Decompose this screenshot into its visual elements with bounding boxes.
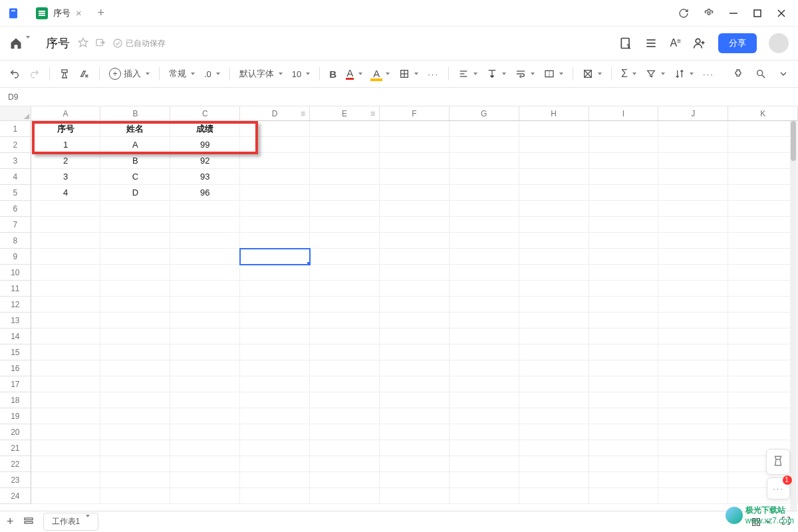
cell[interactable] xyxy=(240,424,310,440)
cell[interactable] xyxy=(31,376,101,392)
cell[interactable] xyxy=(658,281,728,297)
cell[interactable] xyxy=(31,440,101,456)
cell[interactable] xyxy=(170,297,240,313)
cell[interactable] xyxy=(519,153,589,169)
cell[interactable] xyxy=(658,137,728,153)
cell[interactable] xyxy=(100,329,170,344)
view-grid-icon[interactable] xyxy=(751,517,770,527)
cell[interactable] xyxy=(240,249,310,265)
cell[interactable] xyxy=(170,265,240,281)
cell[interactable] xyxy=(31,313,101,329)
cell[interactable] xyxy=(589,440,659,456)
cell[interactable] xyxy=(170,201,240,217)
cell[interactable] xyxy=(589,265,659,281)
cell[interactable] xyxy=(728,233,798,249)
cell[interactable] xyxy=(589,169,659,185)
cell[interactable] xyxy=(728,169,798,185)
cell[interactable] xyxy=(380,408,450,424)
cell[interactable] xyxy=(240,344,310,360)
cell[interactable] xyxy=(380,472,450,488)
cell[interactable] xyxy=(589,472,659,488)
cell[interactable]: 93 xyxy=(170,169,240,185)
v-align-button[interactable] xyxy=(487,68,506,79)
cell[interactable] xyxy=(380,313,450,329)
settings-icon[interactable] xyxy=(704,8,714,19)
cell[interactable] xyxy=(450,201,519,217)
cell[interactable] xyxy=(519,376,589,392)
more-tools-button[interactable]: ··· xyxy=(703,69,714,79)
row-header[interactable]: 8 xyxy=(0,233,31,249)
column-header[interactable]: H xyxy=(519,106,589,121)
cell[interactable] xyxy=(380,281,450,297)
column-header[interactable]: E xyxy=(310,106,380,121)
cell[interactable] xyxy=(31,233,101,249)
cell[interactable] xyxy=(310,472,380,488)
cell[interactable] xyxy=(310,201,380,217)
close-window-icon[interactable] xyxy=(777,9,786,18)
list-icon[interactable] xyxy=(644,37,658,50)
cell[interactable] xyxy=(450,392,519,408)
cell[interactable]: C xyxy=(100,169,170,185)
cell[interactable] xyxy=(380,297,450,313)
maximize-icon[interactable] xyxy=(753,9,762,18)
cell[interactable] xyxy=(380,137,450,153)
cell[interactable] xyxy=(519,472,589,488)
spreadsheet-grid[interactable]: ABCDEFGHIJK 1序号姓名成绩21A9932B9243C9354D966… xyxy=(0,106,798,511)
cell[interactable]: 成绩 xyxy=(170,121,240,137)
cell[interactable] xyxy=(380,217,450,233)
cell[interactable] xyxy=(658,121,728,137)
cell[interactable] xyxy=(519,137,589,153)
cell[interactable] xyxy=(380,440,450,456)
cell[interactable] xyxy=(589,121,659,137)
cell[interactable] xyxy=(31,217,101,233)
cell[interactable] xyxy=(450,313,519,329)
cell[interactable] xyxy=(658,344,728,360)
cell[interactable] xyxy=(380,344,450,360)
cell[interactable]: D xyxy=(100,185,170,201)
add-user-icon[interactable] xyxy=(693,37,706,50)
cell[interactable] xyxy=(519,456,589,472)
cell[interactable] xyxy=(519,249,589,265)
cell[interactable] xyxy=(589,313,659,329)
cell[interactable] xyxy=(310,217,380,233)
cell[interactable] xyxy=(728,137,798,153)
redo-button[interactable] xyxy=(29,68,40,79)
column-header[interactable]: F xyxy=(380,106,450,121)
cell[interactable] xyxy=(240,169,310,185)
close-tab-icon[interactable]: × xyxy=(76,7,82,19)
cell[interactable] xyxy=(519,408,589,424)
share-button[interactable]: 分享 xyxy=(718,33,757,53)
row-header[interactable]: 19 xyxy=(0,408,31,424)
row-header[interactable]: 23 xyxy=(0,472,31,488)
cell[interactable] xyxy=(658,185,728,201)
merge-cells-button[interactable] xyxy=(544,68,563,79)
cell[interactable] xyxy=(240,329,310,344)
row-header[interactable]: 3 xyxy=(0,153,31,169)
cell[interactable] xyxy=(589,217,659,233)
cell[interactable] xyxy=(240,201,310,217)
cell[interactable]: A xyxy=(100,137,170,153)
cell[interactable] xyxy=(170,424,240,440)
cell[interactable] xyxy=(31,265,101,281)
cell[interactable] xyxy=(100,488,170,504)
cell[interactable] xyxy=(728,201,798,217)
cell[interactable] xyxy=(31,201,101,217)
cell[interactable] xyxy=(240,121,310,137)
cell[interactable] xyxy=(519,233,589,249)
cell[interactable] xyxy=(658,392,728,408)
cell[interactable] xyxy=(31,488,101,504)
cell[interactable] xyxy=(519,488,589,504)
filter-button[interactable] xyxy=(646,68,665,79)
column-header[interactable]: I xyxy=(589,106,659,121)
cell[interactable] xyxy=(728,376,798,392)
cell[interactable] xyxy=(31,297,101,313)
cell[interactable] xyxy=(100,376,170,392)
cell[interactable] xyxy=(519,185,589,201)
cell[interactable] xyxy=(310,424,380,440)
cell[interactable] xyxy=(100,233,170,249)
cell[interactable] xyxy=(658,440,728,456)
sync-icon[interactable] xyxy=(678,8,689,19)
cell[interactable] xyxy=(658,201,728,217)
cell[interactable] xyxy=(100,297,170,313)
cell[interactable] xyxy=(450,329,519,344)
